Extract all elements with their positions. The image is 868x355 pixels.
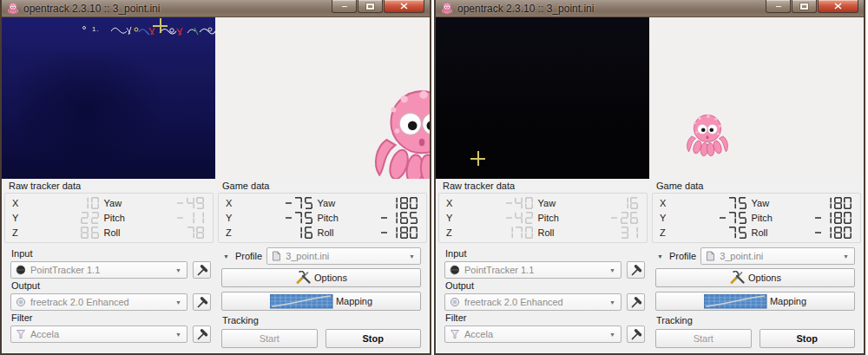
raw-z-value bbox=[33, 227, 99, 240]
preview-row bbox=[436, 17, 864, 179]
filter-select-value: Accela bbox=[464, 329, 493, 339]
profile-menu-button chevron-down-icon[interactable]: ▼ bbox=[221, 252, 231, 261]
opentrack-window-left: opentrack 2.3.10 :: 3_point.ini 1. bbox=[0, 0, 431, 355]
tracker-icon bbox=[16, 265, 26, 275]
raw-z-value bbox=[467, 227, 533, 240]
minimize-button[interactable] bbox=[766, 0, 791, 13]
octopus-panel bbox=[649, 17, 864, 179]
window-controls bbox=[332, 0, 424, 13]
output-settings-button[interactable] bbox=[627, 293, 645, 311]
game-pitch-value bbox=[352, 211, 418, 224]
rot-yaw-label: Yaw bbox=[104, 198, 134, 208]
stop-button[interactable]: Stop bbox=[326, 329, 422, 348]
maximize-button[interactable] bbox=[358, 0, 383, 13]
axis-y-label: Y bbox=[660, 213, 675, 223]
input-select[interactable]: PointTracker 1.1 ▼ bbox=[10, 261, 187, 279]
chevron-down-icon: ▼ bbox=[609, 299, 615, 306]
input-settings-button[interactable] bbox=[193, 261, 211, 279]
mapping-button[interactable]: Mapping bbox=[655, 292, 855, 311]
tracker-icon bbox=[450, 265, 460, 275]
profile-column: ▼ Profile 3_point.ini ▼ Options Mapping bbox=[652, 245, 864, 353]
filter-label: Filter bbox=[11, 312, 211, 323]
maximize-icon bbox=[366, 3, 374, 10]
octopus-mascot bbox=[684, 113, 731, 158]
start-button[interactable]: Start bbox=[221, 329, 318, 348]
profile-select[interactable]: 3_point.ini ▼ bbox=[266, 247, 421, 265]
close-button[interactable] bbox=[384, 0, 424, 13]
raw-y-value bbox=[33, 211, 99, 224]
file-icon bbox=[272, 251, 281, 261]
raw-x-value bbox=[33, 196, 99, 209]
window-title: opentrack 2.3.10 :: 3_point.ini bbox=[23, 3, 160, 15]
input-select-value: PointTracker 1.1 bbox=[30, 265, 100, 275]
raw-databox: X Yaw Y Pitch Z Roll bbox=[4, 193, 214, 243]
rot-roll-label: Roll bbox=[752, 227, 781, 238]
output-settings-button[interactable] bbox=[193, 293, 211, 311]
minimize-button[interactable] bbox=[332, 0, 357, 13]
profile-select[interactable]: 3_point.ini ▼ bbox=[700, 247, 855, 265]
stop-button-label: Stop bbox=[797, 333, 818, 344]
raw-group-label: Raw tracker data bbox=[9, 181, 214, 191]
start-button-label: Start bbox=[260, 333, 279, 344]
rot-pitch-label: Pitch bbox=[318, 213, 347, 223]
profile-label: Profile bbox=[669, 251, 696, 261]
data-row: Raw tracker data X Yaw Y Pitch Z Roll bbox=[436, 179, 864, 243]
stop-button[interactable]: Stop bbox=[760, 329, 856, 348]
start-button[interactable]: Start bbox=[655, 329, 752, 348]
raw-yaw-value bbox=[573, 196, 639, 209]
opentrack-window-right: opentrack 2.3.10 :: 3_point.ini Raw trac… bbox=[434, 0, 865, 355]
stop-button-label: Stop bbox=[363, 333, 384, 344]
input-settings-button[interactable] bbox=[627, 261, 645, 279]
filter-settings-button[interactable] bbox=[193, 325, 211, 343]
raw-roll-value bbox=[573, 227, 639, 240]
app-octopus-icon bbox=[441, 3, 453, 15]
options-button[interactable]: Options bbox=[221, 268, 421, 287]
options-button[interactable]: Options bbox=[655, 268, 855, 287]
chevron-down-icon: ▼ bbox=[409, 253, 415, 260]
raw-group-label: Raw tracker data bbox=[443, 181, 648, 191]
titlebar[interactable]: opentrack 2.3.10 :: 3_point.ini bbox=[2, 0, 430, 17]
rot-roll-label: Roll bbox=[318, 227, 347, 238]
octopus-mascot bbox=[369, 87, 430, 179]
profile-select-value: 3_point.ini bbox=[720, 251, 763, 261]
octopus-panel bbox=[215, 17, 430, 179]
output-select-value: freetrack 2.0 Enhanced bbox=[464, 297, 563, 307]
input-label: Input bbox=[11, 248, 211, 259]
axis-z-label: Z bbox=[12, 227, 28, 238]
rot-roll-label: Roll bbox=[538, 227, 568, 238]
game-x-value bbox=[681, 196, 746, 209]
app-octopus-icon bbox=[7, 3, 19, 15]
rot-yaw-label: Yaw bbox=[752, 198, 781, 208]
raw-x-value bbox=[467, 196, 533, 209]
minimize-icon bbox=[775, 5, 782, 8]
filter-select-value: Accela bbox=[30, 329, 59, 339]
game-databox: X Yaw Y Pitch Z Roll bbox=[218, 193, 427, 243]
window-title: opentrack 2.3.10 :: 3_point.ini bbox=[457, 3, 594, 15]
chevron-down-icon: ▼ bbox=[175, 267, 181, 273]
mapping-button[interactable]: Mapping bbox=[221, 292, 421, 311]
titlebar[interactable]: opentrack 2.3.10 :: 3_point.ini bbox=[436, 0, 864, 17]
close-icon bbox=[834, 3, 842, 10]
chevron-down-icon: ▼ bbox=[609, 267, 615, 273]
filter-settings-button[interactable] bbox=[627, 325, 645, 343]
close-button[interactable] bbox=[818, 0, 858, 13]
output-label: Output bbox=[445, 280, 645, 291]
axis-z-label: Z bbox=[226, 227, 241, 238]
raw-pitch-value bbox=[139, 211, 205, 224]
axis-y-label: Y bbox=[226, 213, 241, 223]
window-controls bbox=[766, 0, 858, 13]
maximize-button[interactable] bbox=[792, 0, 817, 13]
camera-preview bbox=[436, 17, 649, 179]
filter-select[interactable]: Accela ▼ bbox=[10, 325, 187, 343]
game-group-label: Game data bbox=[656, 181, 861, 191]
input-select[interactable]: PointTracker 1.1 ▼ bbox=[444, 261, 621, 279]
game-group-label: Game data bbox=[222, 181, 427, 191]
output-select[interactable]: freetrack 2.0 Enhanced ▼ bbox=[10, 293, 187, 311]
axis-z-label: Z bbox=[446, 227, 462, 238]
input-select-value: PointTracker 1.1 bbox=[464, 265, 534, 275]
crosshair-icon bbox=[153, 18, 168, 33]
output-select[interactable]: freetrack 2.0 Enhanced ▼ bbox=[444, 293, 621, 311]
data-row: Raw tracker data X Yaw Y Pitch Z Roll bbox=[2, 179, 430, 243]
filter-select[interactable]: Accela ▼ bbox=[444, 325, 621, 343]
profile-menu-button chevron-down-icon[interactable]: ▼ bbox=[655, 252, 665, 261]
